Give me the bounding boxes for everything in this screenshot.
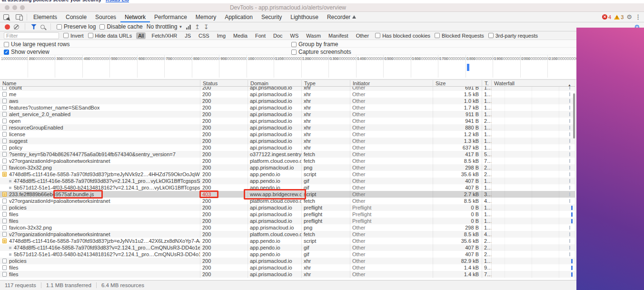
request-row[interactable]: open200api.prismacloud.ioxhrOther941 B2… bbox=[0, 118, 575, 124]
tab-security[interactable]: Security bbox=[257, 12, 286, 22]
request-name-cell[interactable]: suggest bbox=[0, 138, 200, 144]
network-conditions-icon[interactable] bbox=[186, 24, 191, 30]
request-name-cell[interactable]: count bbox=[0, 87, 200, 91]
request-row[interactable]: files200api.prismacloud.ioxhrOther1.4 kB… bbox=[0, 264, 575, 271]
export-har-icon[interactable]: ↧ bbox=[204, 24, 209, 30]
request-row[interactable]: v2?organizationId=paloaltonetworksintran… bbox=[0, 231, 575, 238]
request-row[interactable]: v2?organizationId=paloaltonetworksintran… bbox=[0, 158, 575, 164]
request-row[interactable]: suggest200api.prismacloud.ioxhrOther1.3 … bbox=[0, 138, 575, 144]
show-overview-checkbox[interactable]: Show overview bbox=[4, 49, 50, 55]
request-name-cell[interactable]: v2?organizationId=paloaltonetworksintran… bbox=[0, 198, 200, 204]
column-header-name[interactable]: Name bbox=[0, 80, 200, 87]
request-row[interactable]: favicon-32x32.png200app.prismacloud.iopn… bbox=[0, 224, 575, 231]
column-header-type[interactable]: Type bbox=[301, 80, 350, 87]
more-options-icon[interactable]: ⋮ bbox=[635, 14, 641, 20]
column-header-domain[interactable]: Domain bbox=[248, 80, 301, 87]
tab-elements[interactable]: Elements bbox=[29, 12, 61, 22]
request-name-cell[interactable]: ?sentry_key=5b704b8626744775a6a0b914fb57… bbox=[0, 151, 200, 158]
request-name-cell[interactable]: policies bbox=[0, 258, 200, 264]
request-row[interactable]: 4748d8f5-c11f-416e-5858-7a970fd93d83?v=2… bbox=[0, 244, 575, 251]
request-name-cell[interactable]: 5b571d12-51e1-4f03-5480-b24134818162?v=2… bbox=[0, 251, 200, 258]
console-warnings-badge[interactable]: 3 bbox=[614, 14, 624, 20]
has-blocked-cookies-checkbox[interactable]: Has blocked cookies bbox=[375, 33, 430, 39]
blocked-requests-checkbox[interactable]: Blocked Requests bbox=[435, 33, 484, 39]
record-network-log-button[interactable] bbox=[5, 24, 10, 30]
network-overview-timeline[interactable]: 100000000000 ms200000000000 ms3000000000… bbox=[0, 55, 576, 80]
request-name-cell[interactable]: policies bbox=[0, 204, 200, 211]
preserve-log-checkbox[interactable]: Preserve log bbox=[57, 23, 96, 30]
filter-type-media[interactable]: Media bbox=[231, 32, 249, 39]
request-row[interactable]: favicon-32x32.png200app.prismacloud.iopn… bbox=[0, 164, 575, 171]
tab-sources[interactable]: Sources bbox=[91, 12, 120, 22]
request-row[interactable]: aws200api.prismacloud.ioxhrOther1.0 kB1… bbox=[0, 98, 575, 104]
request-row[interactable]: 4748d8f5-c11f-416e-5858-7a970fd93d83?v=2… bbox=[0, 178, 575, 184]
request-row[interactable]: policies200api.prismacloud.ioxhrOther82.… bbox=[0, 258, 575, 264]
request-row[interactable]: resourceGroupEnabled200api.prismacloud.i… bbox=[0, 124, 575, 131]
request-row[interactable]: features?customer_name=SESandBox200api.p… bbox=[0, 104, 575, 111]
column-header-t[interactable]: T. bbox=[482, 80, 491, 87]
request-row[interactable]: 5b571d12-51e1-4f03-5480-b24134818162?v=2… bbox=[0, 251, 575, 258]
request-name-cell[interactable]: me bbox=[0, 91, 200, 98]
request-name-cell[interactable]: files bbox=[0, 211, 200, 218]
filter-funnel-icon[interactable] bbox=[31, 24, 37, 30]
request-name-cell[interactable]: files bbox=[0, 218, 200, 224]
request-row[interactable]: ?sentry_key=5b704b8626744775a6a0b914fb57… bbox=[0, 151, 575, 158]
filter-type-font[interactable]: Font bbox=[253, 32, 268, 39]
request-row[interactable]: files200api.prismacloud.ioxhrOther1.4 kB… bbox=[0, 271, 575, 278]
tab-application[interactable]: Application bbox=[220, 12, 257, 22]
request-name-cell[interactable]: 4748d8f5-c11f-416e-5858-7a970fd93d83?v=2… bbox=[0, 244, 200, 251]
tab-console[interactable]: Console bbox=[61, 12, 91, 22]
filter-type-all[interactable]: All bbox=[136, 32, 146, 39]
console-errors-badge[interactable]: ✕4 bbox=[602, 14, 611, 20]
request-row[interactable]: alert_service_2.0_enabled200api.prismacl… bbox=[0, 111, 575, 118]
request-name-cell[interactable]: v2?organizationId=paloaltonetworksintran… bbox=[0, 158, 200, 164]
request-name-cell[interactable]: 4748d8f5-c11f-416e-5858-7a970fd93d83?v=2… bbox=[0, 178, 200, 184]
request-name-cell[interactable]: policy bbox=[0, 144, 200, 151]
request-row[interactable]: files200api.prismacloud.iopreflightPrefl… bbox=[0, 218, 575, 224]
filter-type-css[interactable]: CSS bbox=[197, 32, 211, 39]
filter-type-doc[interactable]: Doc bbox=[271, 32, 285, 39]
column-header-status[interactable]: Status bbox=[200, 80, 248, 87]
request-name-cell[interactable]: resourceGroupEnabled bbox=[0, 124, 200, 131]
filter-type-ws[interactable]: WS bbox=[288, 32, 301, 39]
toggle-device-toolbar-button[interactable] bbox=[12, 12, 25, 22]
tab-network[interactable]: Network bbox=[120, 12, 150, 22]
request-row[interactable]: policies200api.prismacloud.iopreflightPr… bbox=[0, 204, 575, 211]
request-name-cell[interactable]: features?customer_name=SESandBox bbox=[0, 104, 200, 111]
request-row[interactable]: policy200api.prismacloud.ioxhrOther637 k… bbox=[0, 144, 575, 151]
request-name-cell[interactable]: 4748d8f5-c11f-416e-5858-7a970fd93d83?jzb… bbox=[0, 171, 200, 178]
group-by-frame-checkbox[interactable]: Group by frame bbox=[291, 41, 338, 48]
clear-network-log-icon[interactable] bbox=[14, 24, 19, 30]
tab-lighthouse[interactable]: Lighthouse bbox=[286, 12, 323, 22]
use-large-request-rows-checkbox[interactable]: Use large request rows bbox=[4, 41, 69, 48]
background-clipped-link[interactable]: Rskas Lib bbox=[106, 0, 129, 2]
request-row[interactable]: files200api.prismacloud.iopreflightPrefl… bbox=[0, 211, 575, 218]
request-name-cell[interactable]: aws bbox=[0, 98, 200, 104]
filter-type-fetch-xhr[interactable]: Fetch/XHR bbox=[149, 32, 179, 39]
filter-type-wasm[interactable]: Wasm bbox=[304, 32, 323, 39]
throttling-dropdown[interactable]: No throttling▼ bbox=[147, 23, 183, 30]
settings-gear-icon[interactable]: ⚙ bbox=[626, 14, 632, 20]
request-row[interactable]: count200api.prismacloud.ioxhrOther691 B1… bbox=[0, 87, 575, 91]
capture-screenshots-checkbox[interactable]: Capture screenshots bbox=[291, 49, 351, 55]
request-name-cell[interactable]: 4748d8f5-c11f-416e-5858-7a970fd93d83?jzb… bbox=[0, 238, 200, 244]
request-name-cell[interactable]: alert_service_2.0_enabled bbox=[0, 111, 200, 118]
filter-type-img[interactable]: Img bbox=[215, 32, 228, 39]
table-scrollbar[interactable] bbox=[573, 93, 575, 139]
request-name-cell[interactable]: v2?organizationId=paloaltonetworksintran… bbox=[0, 231, 200, 238]
column-header-waterfall[interactable]: Waterfall▲ bbox=[491, 80, 575, 87]
request-name-cell[interactable]: license bbox=[0, 131, 200, 138]
disable-cache-checkbox[interactable]: Disable cache bbox=[99, 23, 142, 30]
request-row[interactable]: me200api.prismacloud.ioxhrOther1.5 kB1… bbox=[0, 91, 575, 98]
tab-performance[interactable]: Performance bbox=[150, 12, 191, 22]
hide-data-urls-checkbox[interactable]: Hide data URLs bbox=[88, 33, 132, 39]
request-name-cell[interactable]: favicon-32x32.png bbox=[0, 224, 200, 231]
inspect-element-button[interactable] bbox=[0, 12, 12, 22]
third-party-requests-checkbox[interactable]: 3rd-party requests bbox=[488, 33, 538, 39]
invert-checkbox[interactable]: Invert bbox=[63, 33, 84, 39]
filter-input[interactable] bbox=[4, 32, 59, 39]
search-icon[interactable] bbox=[40, 25, 45, 29]
request-row[interactable]: license200api.prismacloud.ioxhrOther1.2 … bbox=[0, 131, 575, 138]
request-name-cell[interactable]: files bbox=[0, 264, 200, 271]
tab-memory[interactable]: Memory bbox=[191, 12, 220, 22]
